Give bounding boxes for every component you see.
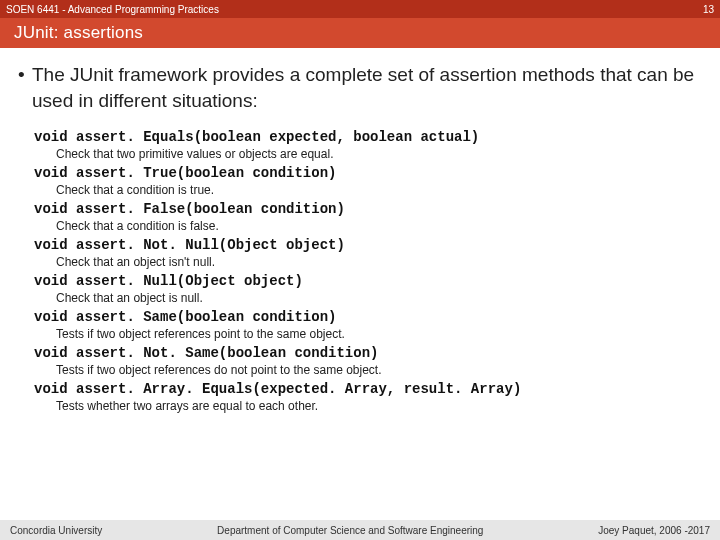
intro-body: The JUnit framework provides a complete …	[32, 64, 694, 111]
slide-title: JUnit: assertions	[14, 23, 143, 43]
method-signature: void assert. Equals(boolean expected, bo…	[34, 129, 702, 145]
footer-center: Department of Computer Science and Softw…	[217, 525, 483, 536]
method-description: Check that a condition is true.	[34, 183, 702, 197]
footer-left: Concordia University	[10, 525, 102, 536]
method-list: void assert. Equals(boolean expected, bo…	[18, 129, 702, 413]
method-signature: void assert. Same(boolean condition)	[34, 309, 702, 325]
method-signature: void assert. Not. Same(boolean condition…	[34, 345, 702, 361]
method-description: Check that an object isn't null.	[34, 255, 702, 269]
method-description: Tests if two object references do not po…	[34, 363, 702, 377]
method-signature: void assert. Array. Equals(expected. Arr…	[34, 381, 702, 397]
method-description: Check that a condition is false.	[34, 219, 702, 233]
course-code: SOEN 6441 - Advanced Programming Practic…	[6, 4, 219, 15]
top-bar: SOEN 6441 - Advanced Programming Practic…	[0, 0, 720, 18]
method-description: Check that an object is null.	[34, 291, 702, 305]
page-number: 13	[703, 4, 714, 15]
footer-bar: Concordia University Department of Compu…	[0, 520, 720, 540]
method-signature: void assert. Null(Object object)	[34, 273, 702, 289]
slide-title-bar: JUnit: assertions	[0, 18, 720, 48]
method-description: Check that two primitive values or objec…	[34, 147, 702, 161]
method-description: Tests whether two arrays are equal to ea…	[34, 399, 702, 413]
intro-text: • The JUnit framework provides a complet…	[18, 62, 702, 113]
method-signature: void assert. Not. Null(Object object)	[34, 237, 702, 253]
slide: SOEN 6441 - Advanced Programming Practic…	[0, 0, 720, 540]
bullet-icon: •	[18, 62, 32, 88]
method-signature: void assert. True(boolean condition)	[34, 165, 702, 181]
method-signature: void assert. False(boolean condition)	[34, 201, 702, 217]
footer-right: Joey Paquet, 2006 -2017	[598, 525, 710, 536]
slide-content: • The JUnit framework provides a complet…	[0, 48, 720, 520]
method-description: Tests if two object references point to …	[34, 327, 702, 341]
